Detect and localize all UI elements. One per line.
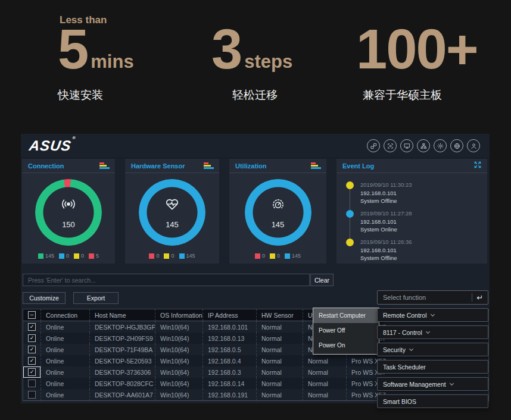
function-menu-item[interactable]: Smart BIOS [377, 394, 488, 408]
account-icon[interactable] [467, 139, 480, 152]
context-menu-item[interactable]: Power On [313, 338, 379, 353]
row-checkbox[interactable] [28, 391, 36, 399]
stat-caption: 兼容于华硕主板 [363, 87, 481, 103]
function-menu-label: 8117 - Control [383, 329, 422, 336]
legend-value: 5 [96, 253, 99, 259]
expand-icon[interactable] [473, 161, 482, 171]
table-cell: Online [41, 355, 90, 366]
legend-swatch [38, 253, 43, 259]
event-ip: 192.168.0.101 [360, 246, 487, 254]
context-menu-item[interactable]: Restart Computer [313, 308, 379, 323]
legend-swatch [285, 253, 290, 259]
header-cell[interactable]: Connection [41, 309, 90, 321]
dashboard-panel: ASUS® Connection 150 145005 Hardware Sen… [21, 134, 490, 403]
header-cell[interactable]: HW Sensor [257, 309, 303, 321]
legend-value: 145 [45, 253, 54, 259]
hardware-donut-chart: 145 [139, 179, 205, 246]
function-menu-item[interactable]: Task Scheduler [377, 360, 488, 374]
bar-chart-toggle-icon[interactable] [99, 162, 110, 169]
function-menu-item[interactable]: 8117 - Control [377, 325, 488, 339]
event-log-item[interactable]: 2019/09/10 11:26:36192.168.0.101System O… [346, 239, 487, 262]
row-checkbox[interactable]: ✓ [28, 346, 36, 353]
function-menu-item[interactable]: Security [377, 343, 488, 356]
table-cell: DESKTOP-5E20593 [90, 355, 155, 366]
globe-icon[interactable] [450, 139, 463, 152]
table-cell: Win10(64) [155, 321, 203, 333]
stat-caption: 快速安装 [58, 87, 134, 103]
table-cell: Normal [303, 355, 347, 366]
card-title: Event Log [342, 162, 374, 170]
bar-chart-toggle-icon[interactable] [204, 162, 214, 169]
donut-value: 145 [272, 220, 285, 229]
header-cell[interactable]: IP Address [203, 309, 257, 321]
table-cell: DESKTOP-71F49BA [90, 344, 155, 355]
row-checkbox[interactable]: ✓ [28, 368, 36, 376]
event-log-item[interactable]: 2019/09/10 11:27:28192.168.0.101System O… [346, 210, 487, 233]
event-ip: 192.168.0.101 [360, 189, 487, 197]
table-cell: 192.168.0.3 [203, 366, 257, 378]
event-log-card: Event Log 2019/09/10 11:30:23192.168.0.1… [336, 159, 487, 264]
chart-legend: 00145 [229, 253, 326, 259]
header-cell[interactable]: Host Name [90, 309, 155, 321]
row-checkbox[interactable]: ✓ [28, 334, 36, 342]
legend-swatch [74, 253, 79, 259]
row-checkbox[interactable]: ✓ [28, 323, 36, 331]
table-cell: Normal [257, 333, 303, 344]
table-cell: Normal [257, 389, 303, 400]
customize-button[interactable]: Customize [23, 292, 66, 304]
function-menu-label: Security [383, 346, 406, 353]
legend-item: 0 [270, 253, 280, 259]
legend-swatch [255, 253, 260, 259]
select-all-checkbox[interactable]: – [28, 311, 36, 319]
row-select-cell: ✓ [23, 366, 41, 378]
legend-swatch [270, 253, 275, 259]
legend-value: 0 [156, 253, 159, 259]
settings-icon[interactable] [434, 139, 447, 152]
search-input[interactable] [23, 274, 310, 286]
hardware-sensor-card: Hardware Sensor 145 00145 [125, 159, 219, 264]
utilization-donut-chart: 145 [245, 179, 311, 246]
function-menu-item[interactable]: Software Management [377, 377, 488, 391]
deployment-icon[interactable] [367, 139, 380, 152]
table-cell: Online [41, 378, 90, 389]
utilization-card: Utilization 145 00145 [229, 159, 326, 264]
asus-logo: ASUS® [28, 137, 76, 154]
card-title: Utilization [235, 162, 267, 170]
export-button[interactable]: Export [73, 292, 119, 304]
table-cell: Win10(64) [155, 344, 203, 355]
table-cell: 192.168.0.4 [203, 355, 257, 366]
monitor-icon[interactable] [400, 139, 413, 152]
table-cell: Normal [303, 389, 347, 400]
event-time: 2019/09/10 11:30:23 [360, 181, 487, 189]
header-toolbar [367, 139, 480, 152]
event-log-item[interactable]: 2019/09/10 11:30:23192.168.0.101System O… [346, 181, 487, 205]
table-cell: Online [41, 389, 90, 400]
chevron-down-icon [430, 312, 434, 316]
header-cell[interactable]: OS Information [155, 309, 203, 321]
select-function-dropdown[interactable]: Select function ↵ [377, 290, 488, 305]
function-menu-label: Remote Control [383, 312, 427, 319]
event-time: 2019/09/10 11:27:28 [360, 210, 487, 217]
function-menu-label: Task Scheduler [383, 363, 426, 371]
legend-value: 0 [66, 253, 69, 259]
table-cell: Normal [257, 378, 303, 389]
event-status: System Online [360, 225, 487, 233]
legend-value: 145 [292, 253, 301, 259]
network-icon[interactable] [417, 139, 430, 152]
scan-icon[interactable] [384, 139, 397, 152]
dashboard-cards: Connection 150 145005 Hardware Sensor [22, 159, 487, 264]
row-checkbox[interactable]: ✓ [28, 357, 36, 365]
chevron-down-icon [450, 381, 454, 385]
clear-button[interactable]: Clear [310, 274, 334, 286]
card-title: Connection [28, 162, 64, 170]
context-menu-item[interactable]: Power Off [313, 323, 379, 338]
legend-item: 0 [149, 253, 159, 259]
bar-chart-toggle-icon[interactable] [311, 162, 321, 169]
legend-value: 0 [81, 253, 84, 259]
row-checkbox[interactable] [28, 380, 36, 387]
event-dot [346, 181, 354, 189]
donut-value: 145 [166, 220, 179, 229]
function-menu-item[interactable]: Remote Control [377, 308, 488, 322]
table-cell: Normal [303, 366, 347, 378]
table-cell: DESKTOP-3736306 [90, 366, 155, 378]
